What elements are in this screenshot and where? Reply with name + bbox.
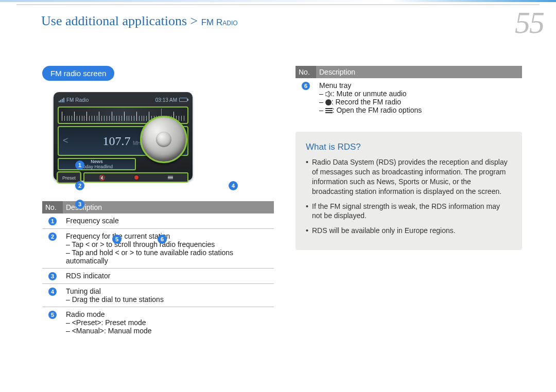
- row-num: 6: [302, 82, 310, 90]
- description-table-left: No. Description 1Frequency scale2Frequen…: [42, 201, 274, 338]
- table-row: 4Tuning dialDrag the dial to tune statio…: [42, 284, 274, 307]
- col-desc-header: Description: [316, 66, 522, 78]
- row-main: Menu tray: [319, 81, 351, 90]
- col-no-header: No.: [42, 201, 63, 213]
- device-title: FM Radio: [66, 97, 89, 103]
- battery-icon: [179, 98, 187, 102]
- row-num: 5: [48, 311, 57, 319]
- rds-indicator: News Today Headlind: [58, 158, 136, 170]
- table-row: 6 Menu tray : Mute or unmute audio :: [296, 78, 522, 117]
- info-item: RDS will be available only in Europe reg…: [306, 226, 512, 236]
- breadcrumb-sub: FM Radio: [201, 17, 238, 27]
- signal-icon: [59, 98, 64, 102]
- table-row: 2Frequency for the current stationTap < …: [42, 229, 274, 269]
- row-bullet: <Preset>: Preset mode: [66, 318, 271, 327]
- col-no-header: No.: [296, 66, 316, 78]
- row-main: RDS indicator: [66, 272, 110, 280]
- breadcrumb: Use additional applications > FM Radio: [41, 13, 238, 29]
- row-bullet: : Mute or unmute audio: [319, 90, 519, 98]
- top-gradient-bar: [0, 0, 556, 2]
- row-bullet: Tap and hold < or > to tune available ra…: [66, 248, 271, 265]
- info-heading: What is RDS?: [306, 142, 512, 152]
- menu-icon: [325, 108, 333, 113]
- description-table-right: No. Description 6 Menu tray : Mute or: [296, 66, 522, 117]
- table-row: 3RDS indicator: [42, 269, 274, 284]
- svg-marker-0: [325, 91, 329, 97]
- options-icon[interactable]: [168, 176, 173, 180]
- row-bullet: Tap < or > to scroll through radio frequ…: [66, 240, 271, 248]
- section-pill: FM radio screen: [42, 66, 114, 81]
- breadcrumb-main: Use additional applications: [41, 13, 187, 28]
- row-num: 2: [48, 233, 57, 241]
- row-main: Frequency for the current station: [66, 232, 170, 240]
- mute-icon: [325, 91, 333, 97]
- row-main: Frequency scale: [66, 217, 119, 225]
- row-main: Tuning dial: [66, 287, 101, 295]
- tuning-dial[interactable]: [140, 116, 187, 163]
- row-bullet: : Open the FM radio options: [319, 106, 519, 114]
- row-num: 3: [48, 272, 57, 280]
- rds-line1: News: [59, 159, 135, 164]
- record-icon: [325, 99, 332, 105]
- mute-icon[interactable]: 🔇: [99, 175, 105, 181]
- table-row: 1Frequency scale: [42, 213, 274, 229]
- record-icon[interactable]: [134, 175, 138, 180]
- info-item: Radio Data System (RDS) provides the rec…: [306, 157, 512, 197]
- col-desc-header: Description: [63, 201, 274, 213]
- preset-button[interactable]: Preset: [58, 172, 80, 183]
- info-item: If the FM signal strength is weak, the R…: [306, 202, 512, 221]
- row-num: 4: [48, 288, 57, 296]
- prev-freq-icon[interactable]: <: [63, 135, 68, 146]
- frequency-value: 107.7: [102, 134, 130, 148]
- device-clock: 03:13 AM: [155, 97, 177, 103]
- rds-info-box: What is RDS? Radio Data System (RDS) pro…: [296, 132, 522, 250]
- row-bullet: : Record the FM radio: [319, 98, 519, 106]
- row-main: Radio mode: [66, 310, 105, 318]
- top-rule: [16, 4, 540, 5]
- page-number: 55: [515, 5, 544, 41]
- row-bullet: <Manual>: Manual mode: [66, 327, 271, 335]
- menu-tray[interactable]: 🔇: [83, 172, 188, 183]
- row-num: 1: [48, 217, 57, 225]
- rds-line2: Today Headlind: [59, 164, 135, 169]
- fm-radio-screenshot: FM Radio 03:13 AM < 107.7 MHz > News Tod…: [54, 92, 193, 181]
- row-bullet: Drag the dial to tune stations: [66, 295, 271, 304]
- table-row: 5Radio mode<Preset>: Preset mode<Manual>…: [42, 307, 274, 338]
